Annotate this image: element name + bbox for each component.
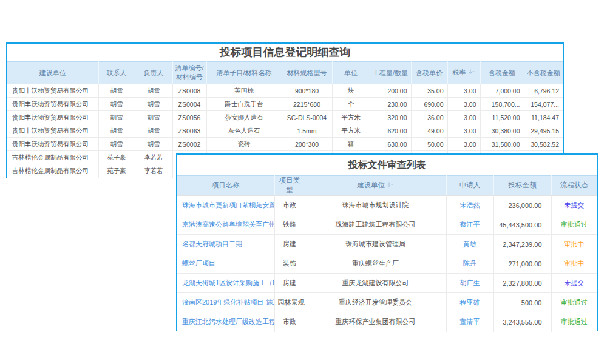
applicant-cell[interactable]: 程亚雄 xyxy=(446,293,493,312)
column-header-project-type[interactable]: 项目类型 xyxy=(274,176,305,196)
contact-person-cell: 胡雪 xyxy=(98,98,135,111)
amount-with-tax-cell: 31,500.00 xyxy=(480,138,524,151)
construction-unit-cell: 珠海城市建设管理局 xyxy=(305,235,446,254)
applicant-cell[interactable]: 宋浩然 xyxy=(446,196,493,215)
project-name-cell[interactable]: 螺丝厂项目 xyxy=(177,254,274,274)
list-number-cell: ZS0056 xyxy=(172,111,206,124)
column-header-unit[interactable]: 单位 xyxy=(332,62,370,84)
project-name-cell[interactable]: 龙湖天街城1区设计采购施工（EPC）... xyxy=(177,274,274,293)
applicant-cell[interactable]: 胡广生 xyxy=(446,274,493,293)
project-name-cell[interactable]: 名都天府城项目二期 xyxy=(177,235,274,254)
list-number-cell: ZS0063 xyxy=(172,124,206,138)
material-name-cell: 灰色人造石 xyxy=(206,124,282,138)
construction-unit-cell: 重庆龙湖建设有限公司 xyxy=(305,274,446,293)
table-row: 贵阳丰沃物资贸易有限公司胡雪胡雪ZS0002瓷砖200*300箱630.0050… xyxy=(7,138,563,151)
column-header-unit-price-with-tax[interactable]: 含税单价 xyxy=(411,62,447,84)
material-spec-cell: 2215*680 xyxy=(282,98,332,111)
project-name-cell[interactable]: 重庆江北污水处理厂级改造工程-道路... xyxy=(177,312,274,332)
column-label: 单位 xyxy=(344,69,358,76)
process-status-cell: 未提交 xyxy=(551,196,597,215)
amount-with-tax-cell: 30,380.00 xyxy=(480,124,524,138)
column-header-applicant[interactable]: 申请人 xyxy=(446,176,493,196)
bid-amount-cell: 271,000.00 xyxy=(493,254,551,274)
unit-cell: 个 xyxy=(332,98,370,111)
construction-unit-cell: 贵阳丰沃物资贸易有限公司 xyxy=(7,111,98,124)
amount-without-tax-cell: 11,184.47 xyxy=(524,111,563,124)
column-label: 清单编号/材料编号 xyxy=(175,64,203,81)
column-label: 含税单价 xyxy=(416,69,443,76)
bid-review-title: 投标文件审查列表 xyxy=(177,155,597,175)
applicant-cell[interactable]: 黄敏 xyxy=(446,235,493,254)
material-name-cell: 瓷砖 xyxy=(206,138,282,151)
material-name-cell: 爵士白洗手台 xyxy=(206,98,282,111)
bid-amount-cell: 45,443,500.00 xyxy=(493,215,551,235)
amount-without-tax-cell: 29,495.15 xyxy=(524,124,563,138)
column-header-bid-amount[interactable]: 投标金额 xyxy=(493,176,551,196)
bid-review-panel: 投标文件审查列表 项目名称项目类型建设单位申请人投标金额流程状态 珠海市城市更新… xyxy=(176,153,598,331)
column-label: 材料规格型号 xyxy=(287,69,327,76)
material-name-cell: 莎安娜人造石 xyxy=(206,111,282,124)
tax-rate-cell: 3.00 xyxy=(447,98,480,111)
construction-unit-cell: 珠海建工建筑工程有限公司 xyxy=(305,215,446,235)
construction-unit-cell: 贵阳丰沃物资贸易有限公司 xyxy=(7,124,98,138)
table-row: 贵阳丰沃物资贸易有限公司胡雪胡雪ZS0008英国棕900*180块200.003… xyxy=(7,84,563,98)
table-row: 龙湖天街城1区设计采购施工（EPC）...房建重庆龙湖建设有限公司胡广生2,32… xyxy=(177,274,597,293)
project-name-cell[interactable]: 珠海市城市更新项目紫桐苑安置点设计... xyxy=(177,196,274,215)
unit-price-with-tax-cell: 36.00 xyxy=(411,111,447,124)
column-header-process-status[interactable]: 流程状态 xyxy=(551,176,597,196)
column-label: 工程量/数量 xyxy=(373,69,408,76)
table-row: 重庆江北污水处理厂级改造工程-道路...市政重庆环保产业集团有限公司董清平3,2… xyxy=(177,312,597,332)
column-header-amount-with-tax[interactable]: 含税金额 xyxy=(480,62,524,84)
column-header-construction-unit[interactable]: 建设单位 xyxy=(305,176,446,196)
amount-without-tax-cell: 154,077... xyxy=(524,98,563,111)
contact-person-cell: 胡雪 xyxy=(98,138,135,151)
column-header-amount-without-tax[interactable]: 不含税金额 xyxy=(524,62,563,84)
tax-rate-cell: 3.00 xyxy=(447,111,480,124)
amount-without-tax-cell: 30,582.52 xyxy=(524,138,563,151)
tax-rate-cell: 3.00 xyxy=(447,138,480,151)
project-type-cell: 装饰 xyxy=(274,254,305,274)
sort-icon[interactable] xyxy=(387,181,394,191)
column-header-tax-rate[interactable]: 税率 xyxy=(447,62,480,84)
column-header-project-name[interactable]: 项目名称 xyxy=(177,176,274,196)
quantity-cell: 230.00 xyxy=(370,98,411,111)
applicant-cell[interactable]: 蔡江平 xyxy=(446,215,493,235)
applicant-cell[interactable]: 董清平 xyxy=(446,312,493,332)
project-type-cell: 房建 xyxy=(274,274,305,293)
unit-price-with-tax-cell: 690.00 xyxy=(411,98,447,111)
applicant-cell[interactable]: 陈丹 xyxy=(446,254,493,274)
column-header-construction-unit[interactable]: 建设单位 xyxy=(7,62,98,84)
contact-person-cell: 苑子豪 xyxy=(98,164,135,178)
project-name-cell[interactable]: 潼南区2019年绿化补贴项目-施工2标段 xyxy=(177,293,274,312)
construction-unit-cell: 重庆螺丝生产厂 xyxy=(305,254,446,274)
project-name-cell[interactable]: 京港澳高速公路粤境韶关至广州互通路... xyxy=(177,215,274,235)
construction-unit-cell: 珠海市城市规划设计院 xyxy=(305,196,446,215)
column-header-quantity[interactable]: 工程量/数量 xyxy=(370,62,411,84)
unit-price-with-tax-cell: 35.00 xyxy=(411,84,447,98)
material-name-cell: 英国棕 xyxy=(206,84,282,98)
process-status-cell: 审批通过 xyxy=(551,215,597,235)
column-label: 项目名称 xyxy=(212,181,240,189)
column-header-responsible-person[interactable]: 负责人 xyxy=(135,62,172,84)
construction-unit-cell: 吉林楷伦金属制品有限公司 xyxy=(7,151,98,164)
table-row: 名都天府城项目二期房建珠海城市建设管理局黄敏2,347,239.00审批中 xyxy=(177,235,597,254)
process-status-cell: 审批通过 xyxy=(551,293,597,312)
quantity-cell: 630.00 xyxy=(370,138,411,151)
column-header-material-spec[interactable]: 材料规格型号 xyxy=(282,62,332,84)
bid-amount-cell: 236,000.00 xyxy=(493,196,551,215)
column-label: 项目类型 xyxy=(279,177,300,194)
contact-person-cell: 胡雪 xyxy=(98,84,135,98)
project-type-cell: 园林景观 xyxy=(274,293,305,312)
column-header-material-name[interactable]: 清单子目/材料名称 xyxy=(206,62,282,84)
responsible-person-cell: 李若若 xyxy=(135,151,172,164)
column-label: 含税金额 xyxy=(489,69,515,76)
construction-unit-cell: 重庆经济开发管理委员会 xyxy=(305,293,446,312)
table-row: 贵阳丰沃物资贸易有限公司胡雪胡雪ZS0063灰色人造石1.5mm平方米620.0… xyxy=(7,124,563,138)
responsible-person-cell: 胡雪 xyxy=(135,124,172,138)
sort-icon[interactable] xyxy=(469,69,475,78)
column-header-list-number[interactable]: 清单编号/材料编号 xyxy=(172,62,206,84)
column-label: 不含税金额 xyxy=(527,69,560,76)
unit-cell: 块 xyxy=(332,84,370,98)
process-status-cell: 审批通过 xyxy=(551,312,597,332)
column-header-contact-person[interactable]: 联系人 xyxy=(98,62,135,84)
